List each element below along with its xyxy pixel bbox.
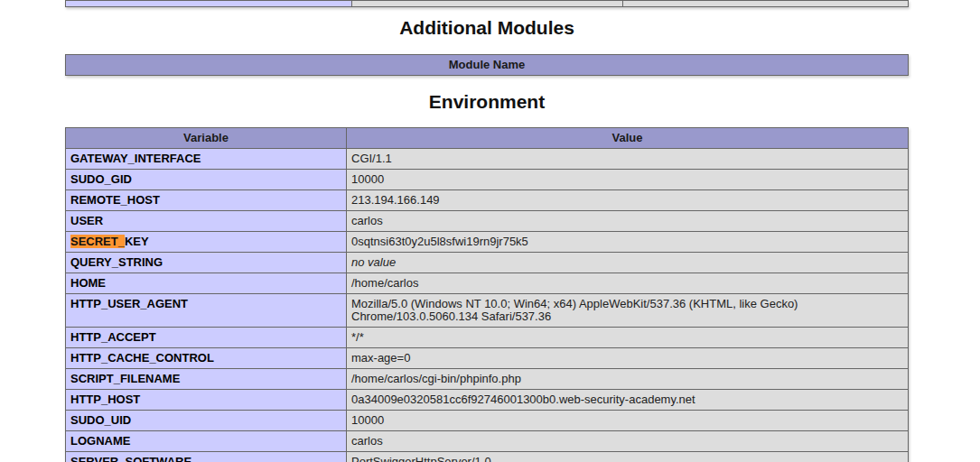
env-variable-cell: LOGNAME — [66, 431, 347, 452]
env-variable-cell: SUDO_UID — [66, 411, 347, 431]
cutoff-master-value-cell — [623, 0, 909, 7]
table-row: Module Name — [66, 55, 909, 76]
env-value-cell: Mozilla/5.0 (Windows NT 10.0; Win64; x64… — [347, 294, 909, 328]
env-table-row: HTTP_ACCEPT*/* — [66, 328, 909, 348]
env-variable-cell: GATEWAY_INTERFACE — [66, 149, 347, 170]
env-variable-cell: HTTP_HOST — [66, 390, 347, 411]
cutoff-local-value-cell — [352, 0, 623, 7]
env-table-row: LOGNAMEcarlos — [66, 431, 909, 452]
env-value-cell: PortSwiggerHttpServer/1.0 — [347, 452, 909, 462]
env-table-row: HTTP_HOST0a34009e0320581cc6f92746001300b… — [66, 390, 909, 411]
env-variable-cell: SCRIPT_FILENAME — [66, 369, 347, 390]
env-value-cell: /home/carlos — [347, 273, 909, 294]
env-variable-cell: SUDO_GID — [66, 170, 347, 190]
env-header-variable: Variable — [66, 128, 347, 149]
env-table-row: SUDO_UID10000 — [66, 411, 909, 431]
env-table-row: SECRET_KEY0sqtnsi63t0y2u5l8sfwi19rn9jr75… — [66, 232, 909, 253]
env-value-cell: 10000 — [347, 411, 909, 431]
env-table-row: HTTP_CACHE_CONTROLmax-age=0 — [66, 348, 909, 369]
env-table-row: HOME/home/carlos — [66, 273, 909, 294]
env-header-value: Value — [347, 128, 909, 149]
search-highlight: SECRET_ — [70, 235, 125, 248]
env-value-cell: 213.194.166.149 — [347, 190, 909, 211]
module-name-header: Module Name — [66, 55, 909, 76]
env-variable-cell: HTTP_USER_AGENT — [66, 294, 347, 328]
env-variable-cell: QUERY_STRING — [66, 253, 347, 273]
env-value-cell: carlos — [347, 431, 909, 452]
additional-modules-heading: Additional Modules — [65, 17, 909, 38]
env-table-row: HTTP_USER_AGENTMozilla/5.0 (Windows NT 1… — [66, 294, 909, 328]
env-variable-cell: HOME — [66, 273, 347, 294]
env-value-cell: carlos — [347, 211, 909, 232]
env-table-row: SCRIPT_FILENAME/home/carlos/cgi-bin/phpi… — [66, 369, 909, 390]
env-variable-cell: SECRET_KEY — [66, 232, 347, 253]
env-value-cell: 0a34009e0320581cc6f92746001300b0.web-sec… — [347, 390, 909, 411]
env-value-cell: 0sqtnsi63t0y2u5l8sfwi19rn9jr75k5 — [347, 232, 909, 253]
env-value-cell: 10000 — [347, 170, 909, 190]
env-variable-label: KEY — [125, 235, 149, 248]
env-value-cell: max-age=0 — [347, 348, 909, 369]
previous-table-cutoff-row — [65, 0, 909, 7]
env-value-cell: /home/carlos/cgi-bin/phpinfo.php — [347, 369, 909, 390]
env-value-cell-empty: no value — [347, 253, 909, 273]
environment-heading: Environment — [65, 91, 909, 112]
env-variable-cell: USER — [66, 211, 347, 232]
env-table-row: REMOTE_HOST213.194.166.149 — [66, 190, 909, 211]
env-table-row: SUDO_GID10000 — [66, 170, 909, 190]
phpinfo-page: Additional Modules Module Name Environme… — [65, 0, 909, 462]
table-row: Variable Value — [66, 128, 909, 149]
cutoff-directive-cell — [65, 0, 352, 7]
env-value-cell: */* — [347, 328, 909, 348]
env-table-row: GATEWAY_INTERFACECGI/1.1 — [66, 149, 909, 170]
env-variable-cell: SERVER_SOFTWARE — [66, 452, 347, 462]
env-table-row: USERcarlos — [66, 211, 909, 232]
env-table-row: QUERY_STRINGno value — [66, 253, 909, 273]
env-variable-cell: HTTP_CACHE_CONTROL — [66, 348, 347, 369]
env-table-row: SERVER_SOFTWAREPortSwiggerHttpServer/1.0 — [66, 452, 909, 462]
additional-modules-table: Module Name — [65, 54, 909, 76]
environment-table: Variable Value GATEWAY_INTERFACECGI/1.1S… — [65, 127, 909, 462]
env-value-cell: CGI/1.1 — [347, 149, 909, 170]
env-variable-cell: HTTP_ACCEPT — [66, 328, 347, 348]
env-variable-cell: REMOTE_HOST — [66, 190, 347, 211]
